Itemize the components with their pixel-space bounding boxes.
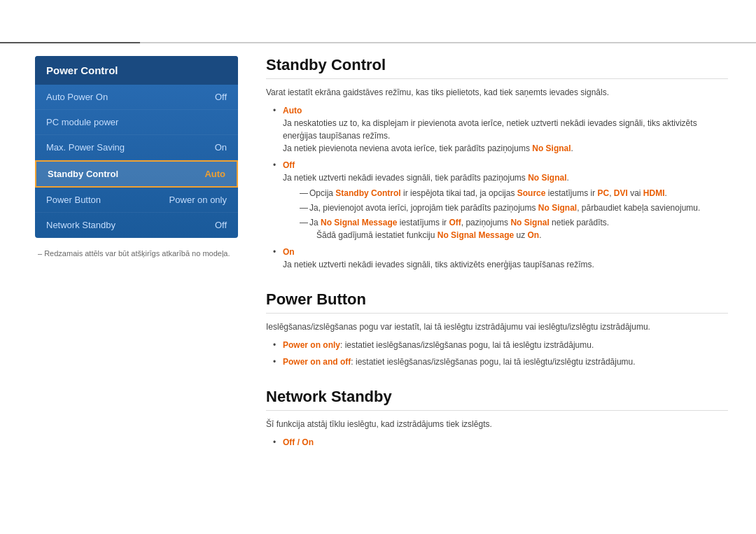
standby-control-title: Standby Control	[266, 56, 728, 79]
menu-item-power-button[interactable]: Power Button Power on only	[35, 188, 238, 213]
bullet-off: Off Ja netiek uztverti nekādi ievades si…	[273, 159, 728, 241]
section-network-standby: Network Standby Šī funkcija atstāj tīklu…	[266, 388, 728, 449]
top-divider	[0, 42, 756, 43]
power-button-title: Power Button	[266, 290, 728, 314]
off-sub-1: Opcija Standby Control ir iespējota tika…	[300, 187, 728, 199]
standby-label: Standby Control	[48, 169, 118, 179]
content-area: Standby Control Varat iestatīt ekrāna ga…	[266, 56, 728, 506]
standby-value: Auto	[204, 169, 225, 179]
off-label: Off	[283, 160, 295, 170]
pc-module-label: PC module power	[46, 117, 118, 127]
standby-control-list: Auto Ja neskatoties uz to, ka displejam …	[266, 104, 728, 271]
menu-item-max-power[interactable]: Max. Power Saving On	[35, 135, 238, 160]
top-bar-dark	[0, 42, 140, 43]
off-sub-2: Ja, pievienojot avota ierīci, joprojām t…	[300, 202, 728, 214]
bullet-power-on-only: Power on only: iestatiet ieslēgšanas/izs…	[273, 339, 728, 351]
auto-power-label: Auto Power On	[46, 92, 108, 102]
menu-box: Power Control Auto Power On Off PC modul…	[35, 56, 238, 238]
network-standby-desc: Šī funkcija atstāj tīklu ieslēgtu, kad i…	[266, 418, 728, 430]
section-power-button: Power Button Ieslēgšanas/izslēgšanas pog…	[266, 290, 728, 368]
power-button-desc: Ieslēgšanas/izslēgšanas pogu var iestatī…	[266, 321, 728, 333]
network-standby-list: Off / On	[266, 436, 728, 449]
power-button-value: Power on only	[169, 195, 227, 205]
auto-subtext: Ja netiek pievienota neviena avota ierīc…	[283, 143, 573, 153]
off-sublist: Opcija Standby Control ir iespējota tika…	[283, 187, 728, 241]
bullet-power-on-off: Power on and off: iestatiet ieslēgšanas/…	[273, 356, 728, 368]
bullet-auto: Auto Ja neskatoties uz to, ka displejam …	[273, 104, 728, 155]
bullet-off-on: Off / On	[273, 436, 728, 449]
network-standby-label: Network Standby	[46, 220, 115, 230]
network-standby-title: Network Standby	[266, 388, 728, 411]
footnote: – Redzamais attēls var būt atšķirīgs atk…	[35, 249, 238, 258]
auto-power-value: Off	[215, 92, 227, 102]
left-panel: Power Control Auto Power On Off PC modul…	[35, 56, 238, 258]
off-text: Ja netiek uztverti nekādi ievades signāl…	[283, 173, 569, 183]
off-on-label: Off / On	[283, 437, 314, 447]
menu-title: Power Control	[35, 56, 238, 85]
menu-item-standby[interactable]: Standby Control Auto	[35, 160, 238, 188]
power-button-label: Power Button	[46, 195, 101, 205]
top-bar-light	[140, 42, 756, 43]
off-sub-3: Ja No Signal Message iestatījums ir Off,…	[300, 216, 728, 241]
network-standby-value: Off	[215, 220, 227, 230]
on-text: Ja netiek uztverti nekādi ievades signāl…	[283, 260, 594, 269]
menu-item-pc-module[interactable]: PC module power	[35, 110, 238, 135]
section-standby-control: Standby Control Varat iestatīt ekrāna ga…	[266, 56, 728, 271]
power-on-only-label: Power on only	[283, 340, 340, 350]
power-button-list: Power on only: iestatiet ieslēgšanas/izs…	[266, 339, 728, 368]
on-label: On	[283, 247, 295, 257]
auto-label: Auto	[283, 106, 302, 115]
power-on-off-label: Power on and off	[283, 357, 351, 367]
menu-item-network-standby[interactable]: Network Standby Off	[35, 213, 238, 238]
menu-item-auto-power[interactable]: Auto Power On Off	[35, 85, 238, 110]
max-power-label: Max. Power Saving	[46, 142, 125, 153]
auto-text: Ja neskatoties uz to, ka displejam ir pi…	[283, 118, 697, 141]
standby-control-desc: Varat iestatīt ekrāna gaidstāves režīmu,…	[266, 86, 728, 99]
max-power-value: On	[215, 142, 227, 153]
bullet-on: On Ja netiek uztverti nekādi ievades sig…	[273, 246, 728, 271]
